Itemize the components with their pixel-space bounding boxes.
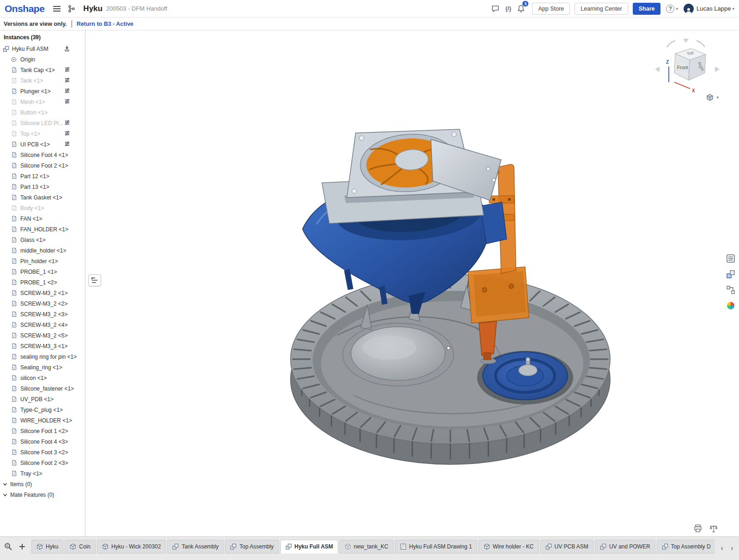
tree-item[interactable]: Silicone_fastener <1> — [0, 383, 85, 394]
document-tab[interactable]: Hyku - Wick 200302 — [97, 540, 166, 554]
return-to-active-link[interactable]: Return to B3 - Active — [77, 21, 133, 27]
tree-item[interactable]: SCREW-M3_3 <1> — [0, 341, 85, 351]
tree-item[interactable]: Button <1> — [0, 107, 85, 118]
tree-item[interactable]: Plunger <1> — [0, 86, 85, 96]
document-tab[interactable]: new_tank_KC — [339, 540, 394, 554]
configurations-icon[interactable] — [725, 284, 736, 295]
tree-item[interactable]: sealing ring for pin <1> — [0, 351, 85, 362]
measure-scale-icon[interactable] — [709, 524, 719, 534]
insert-download-icon[interactable] — [64, 45, 70, 53]
document-tab[interactable]: Hyku Full ASM Drawing 1 — [395, 540, 477, 554]
tree-item-root-assembly[interactable]: Hyku Full ASM — [0, 43, 85, 54]
tree-item[interactable]: SCREW-M3_2 <4> — [0, 319, 85, 330]
section-scope-icon[interactable] — [64, 98, 70, 106]
section-scope-icon[interactable] — [64, 130, 70, 138]
tree-item[interactable]: Tank Cap <1> — [0, 65, 85, 75]
tree-item[interactable]: Silicone Foot 2 <3> — [0, 458, 85, 468]
viewcube-rotate-left[interactable] — [667, 41, 675, 47]
tabs-scroll-right-icon[interactable]: › — [728, 542, 736, 554]
viewcube-arrow-left[interactable] — [655, 66, 660, 72]
learning-center-button[interactable]: Learning Center — [575, 3, 628, 15]
items-group-header[interactable]: Items (0) — [0, 479, 85, 489]
tree-item[interactable]: SCREW-M3_2 <1> — [0, 288, 85, 298]
tab-label: new_tank_KC — [354, 543, 388, 550]
document-tab[interactable]: Top Assembly D — [657, 540, 715, 554]
featurescript-icon[interactable]: {/} — [502, 3, 515, 15]
document-tab[interactable]: Wire holder - KC — [479, 540, 539, 554]
document-tab[interactable]: UV PCB ASM — [540, 540, 594, 554]
tree-item[interactable]: Part 12 <1> — [0, 171, 85, 181]
app-store-button[interactable]: App Store — [532, 3, 570, 15]
document-tab[interactable]: Tank Assembly — [167, 540, 224, 554]
mate-features-group-header[interactable]: Mate Features (0) — [0, 489, 85, 500]
new-tab-plus-icon[interactable] — [16, 540, 29, 554]
tabs-scroll-left-icon[interactable]: ‹ — [718, 542, 726, 554]
print-icon[interactable] — [693, 524, 703, 534]
tree-item[interactable]: Mesh <1> — [0, 96, 85, 107]
document-tab[interactable]: UV and POWER — [595, 540, 655, 554]
section-scope-icon[interactable] — [64, 88, 70, 95]
tree-item[interactable]: UI PCB <1> — [0, 139, 85, 150]
document-tab[interactable]: Hyku — [31, 540, 63, 554]
tree-item[interactable]: Silicone LED Pl... — [0, 118, 85, 128]
tree-item[interactable]: Silicone Foot 2 <1> — [0, 160, 85, 171]
tree-item[interactable]: middle_holder <1> — [0, 245, 85, 256]
section-scope-icon[interactable] — [64, 120, 70, 127]
versions-tree-icon[interactable] — [66, 3, 78, 15]
tab-list: HykuCoinHyku - Wick 200302Tank AssemblyT… — [31, 540, 715, 554]
tree-item[interactable]: Body <1> — [0, 203, 85, 213]
comments-icon[interactable] — [489, 3, 502, 15]
tree-item[interactable]: Tank Gasket <1> — [0, 192, 85, 203]
tree-item[interactable]: Glass <1> — [0, 235, 85, 245]
section-scope-icon[interactable] — [64, 66, 70, 74]
assembly-icon — [662, 543, 668, 550]
tree-item[interactable]: Part 13 <1> — [0, 181, 85, 192]
tree-item[interactable]: UV_PDB <1> — [0, 394, 85, 404]
section-scope-icon[interactable] — [64, 141, 70, 148]
tree-item[interactable]: PROBE_1 <1> — [0, 266, 85, 277]
blue-disc-part[interactable] — [483, 352, 568, 400]
tree-item[interactable]: Pin_holder <1> — [0, 256, 85, 266]
tree-item[interactable]: PROBE_1 <2> — [0, 277, 85, 288]
tree-item[interactable]: Top <1> — [0, 128, 85, 139]
document-tab[interactable]: Hyku Full ASM — [280, 540, 339, 554]
document-tab[interactable]: Coin — [65, 540, 96, 554]
help-menu[interactable]: ? ▾ — [666, 5, 678, 13]
model-viewport[interactable]: Front Top Right Z X ▾ — [85, 30, 739, 536]
tree-item[interactable]: Silicone Foot 1 <2> — [0, 426, 85, 436]
bom-table-icon[interactable] — [725, 253, 736, 264]
tree-item[interactable]: SCREW-M3_2 <3> — [0, 309, 85, 319]
panel-collapse-toggle[interactable] — [88, 274, 101, 286]
onshape-logo[interactable]: Onshape — [5, 3, 44, 14]
appearance-color-icon[interactable] — [725, 300, 736, 311]
tree-item[interactable]: Tray <1> — [0, 468, 85, 479]
viewcube-arrow-up[interactable] — [683, 39, 689, 43]
tree-item[interactable]: Type-C_plug <1> — [0, 404, 85, 415]
tree-item[interactable]: silicon <1> — [0, 373, 85, 383]
tab-manager-icon[interactable] — [2, 540, 15, 554]
tree-item[interactable]: Sealing_ring <1> — [0, 362, 85, 373]
tree-item[interactable]: FAN <1> — [0, 213, 85, 224]
tree-item[interactable]: Silicone Foot 4 <3> — [0, 436, 85, 447]
viewcube-arrow-right[interactable] — [715, 66, 720, 72]
tree-item[interactable]: Silicone Foot 3 <2> — [0, 447, 85, 458]
base-tray-part[interactable] — [291, 274, 610, 464]
tree-item[interactable]: Silicone Foot 4 <1> — [0, 150, 85, 160]
fan-assembly-part[interactable] — [322, 129, 501, 223]
hamburger-menu-icon[interactable] — [51, 3, 63, 15]
exploded-view-icon[interactable] — [725, 269, 736, 280]
section-scope-icon[interactable] — [64, 77, 70, 84]
user-menu[interactable]: Lucas Lappe ▾ — [684, 4, 734, 14]
viewcube-rotate-right[interactable] — [697, 41, 705, 47]
share-button[interactable]: Share — [633, 3, 661, 15]
tree-item[interactable]: Tank <1> — [0, 75, 85, 86]
document-tab[interactable]: Top Assembly — [225, 540, 279, 554]
tree-item[interactable]: FAN_HOLDER <1> — [0, 224, 85, 235]
tree-item[interactable]: SCREW-M3_2 <5> — [0, 330, 85, 341]
notifications-bell-icon[interactable]: 5 — [515, 3, 527, 15]
tree-item[interactable]: WIRE_HOLDER <1> — [0, 415, 85, 426]
tree-item-origin[interactable]: Origin — [0, 54, 85, 65]
tree-item[interactable]: SCREW-M3_2 <2> — [0, 298, 85, 309]
exploded-model-canvas[interactable] — [85, 30, 739, 536]
view-options-button[interactable]: ▾ — [706, 94, 719, 101]
